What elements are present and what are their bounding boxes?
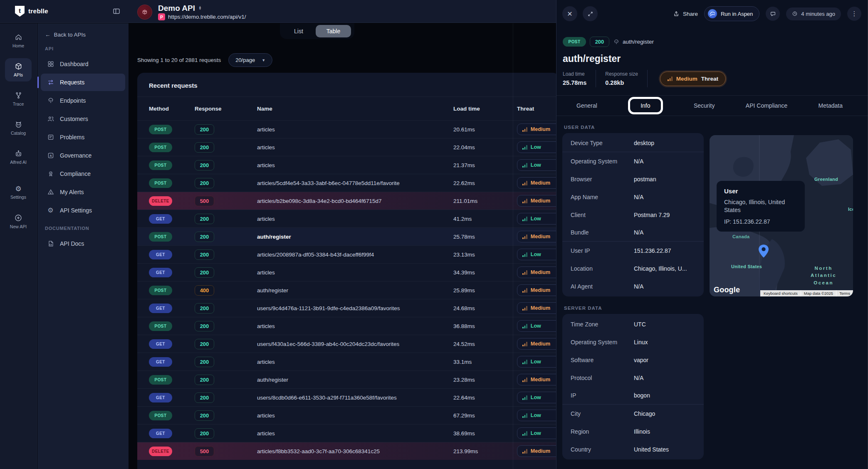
status-badge: 500 [195,196,214,206]
table-row[interactable]: GET 200 users/8cdb0d66-e611-3530-a29f-f7… [137,388,559,406]
table-row[interactable]: POST 200 auth/register 25.78ms Medium [137,227,559,245]
table-row[interactable]: GET 200 articles 41.2ms Low [137,210,559,227]
method-badge: DELETE [149,196,172,206]
table-row[interactable]: GET 200 articles 38.69ms Low [137,424,559,442]
sidebar-item-my-alerts[interactable]: My Alerts [41,183,125,201]
tab-api-compliance[interactable]: API Compliance [746,102,787,109]
close-button[interactable]: ✕ [562,6,577,21]
sidebar-item-governance[interactable]: A Governance [41,147,125,164]
tab-metadata[interactable]: Metadata [819,102,843,109]
users-icon [47,115,54,123]
sidebar-item-api-docs[interactable]: API Docs [41,235,125,252]
table-row[interactable]: GET 200 users/f430a1ec-566d-3389-ab4c-00… [137,335,559,353]
threat-badge: Low [517,320,559,332]
rail-item-settings[interactable]: ⚙ Settings [5,181,32,204]
rail-item-trace[interactable]: Trace [5,87,32,111]
tab-info[interactable]: Info [628,97,663,114]
kebab-icon: ⋮ [851,10,858,17]
map-label-iceland: Iceland [848,207,853,212]
method-badge: GET [149,429,172,438]
treblle-shield-icon: t [15,6,25,17]
threat-bars-icon [522,395,527,400]
table-row[interactable]: POST 200 articles 22.04ms Low [137,138,559,156]
sidebar-item-api-settings[interactable]: ⚙ API Settings [41,202,125,219]
endpoints-icon [47,97,54,104]
table-row[interactable]: GET 200 users/9c4d476a-1121-3b91-9dfe-c4… [137,299,559,317]
table-row[interactable]: DELETE 500 articles/f8bb3532-aad0-3c7f-a… [137,442,559,460]
load-time-value: 33.1ms [453,359,517,365]
request-name: articles/f8bb3532-aad0-3c7f-aa70-306c683… [257,448,453,454]
sidebar-item-customers[interactable]: Customers [41,110,125,128]
more-menu-button[interactable]: ⋮ [847,7,861,21]
threat-badge: Medium [517,374,559,385]
method-badge: POST [563,37,586,47]
threat-bars-icon [522,342,527,346]
sidebar-item-requests[interactable]: Requests [41,74,125,91]
map-pin-icon[interactable] [756,243,771,260]
rail-item-alfred-ai[interactable]: Alfred AI [5,146,32,169]
request-name: users/9c4d476a-1121-3b91-9dfe-c4eda2386a… [257,305,453,311]
table-row[interactable]: POST 200 articles 20.61ms Medium [137,120,559,138]
request-age-pill[interactable]: 4 minutes ago [786,7,841,20]
field-label: AI Agent [571,283,634,290]
table-row[interactable]: POST 200 articles 36.88ms Low [137,317,559,335]
view-tab-table[interactable]: Table [316,25,351,37]
table-row[interactable]: DELETE 500 articles/b2be098c-3d8a-34e2-b… [137,192,559,210]
threat-badge: Medium [517,338,559,350]
cube-icon [15,62,22,70]
rail-item-new-api[interactable]: New API [5,210,32,233]
threat-bars-icon [522,145,527,150]
threat-bars-icon [522,288,527,293]
sidebar-item-problems[interactable]: Problems [41,128,125,146]
warning-triangle-icon [47,188,54,196]
page-size-dropdown[interactable]: 20/page ▼ [228,53,272,67]
view-tab-list[interactable]: List [283,25,314,37]
field-label: Protocol [571,375,634,381]
run-in-aspen-button[interactable]: Run in Aspen [704,6,759,21]
back-to-apis-link[interactable]: ← Back to APIs [37,29,125,40]
threat-badge: Low [517,356,559,368]
terms-link[interactable]: Terms [836,290,853,296]
status-badge: 200 [195,232,214,242]
data-row: IP bogon [562,387,704,405]
sidebar-item-compliance[interactable]: Compliance [41,165,125,183]
brand-logo[interactable]: t treblle [15,6,48,17]
table-row[interactable]: POST 200 articles 67.29ms Low [137,406,559,424]
api-switcher-chevrons-icon[interactable]: ▲▼ [198,6,202,10]
table-row[interactable]: GET 200 articles/2008987a-df05-3384-b43f… [137,245,559,263]
map-tooltip: User Chicago, Illinois, United States IP… [717,181,805,232]
rail-item-apis[interactable]: APIs [5,58,32,81]
table-row[interactable]: POST 200 auth/register 23.28ms Medium [137,370,559,388]
map-label-united-states: United States [731,264,762,269]
sidebar-item-dashboard[interactable]: Dashboard [41,55,125,73]
request-name: articles [257,216,453,222]
sidebar-item-endpoints[interactable]: Endpoints [41,92,125,109]
table-scroll-divider[interactable] [513,23,513,469]
status-badge: 200 [195,214,214,224]
table-row[interactable]: POST 400 auth/register 25.89ms Medium [137,281,559,299]
rail-item-home[interactable]: Home [5,29,32,52]
expand-icon [587,11,594,17]
table-row[interactable]: POST 200 articles 21.37ms Low [137,156,559,174]
request-name: articles [257,126,453,133]
expand-button[interactable] [583,6,598,21]
table-row[interactable]: GET 200 articles 34.39ms Medium [137,263,559,281]
rail-item-catalog[interactable]: Catalog [5,116,32,140]
chevron-down-icon: ▼ [262,58,265,62]
request-name: articles/b2be098c-3d8a-34e2-bcd0-bd464f6… [257,198,453,204]
share-button[interactable]: Share [673,10,698,17]
data-row: Client Postman 7.29 [562,206,704,224]
table-header-row: Method Response Name Load time Threat [137,97,559,120]
tab-general[interactable]: General [576,102,597,109]
threat-bars-icon [522,324,527,328]
field-value: N/A [634,375,695,381]
api-sidebar: ← Back to APIs API Dashboard Requests En… [37,23,129,469]
tab-security[interactable]: Security [694,102,715,109]
comment-button[interactable] [766,7,780,21]
keyboard-shortcuts-link[interactable]: Keyboard shortcuts [760,290,801,296]
load-time-value: 24.52ms [453,341,517,347]
table-row[interactable]: POST 200 articles/5cdf4e54-3a33-3abf-b6e… [137,174,559,192]
table-row[interactable]: GET 200 articles 33.1ms Low [137,353,559,370]
location-map[interactable]: Greenland Iceland Canada United States N… [710,135,853,296]
collapse-sidebar-icon[interactable] [112,7,121,15]
